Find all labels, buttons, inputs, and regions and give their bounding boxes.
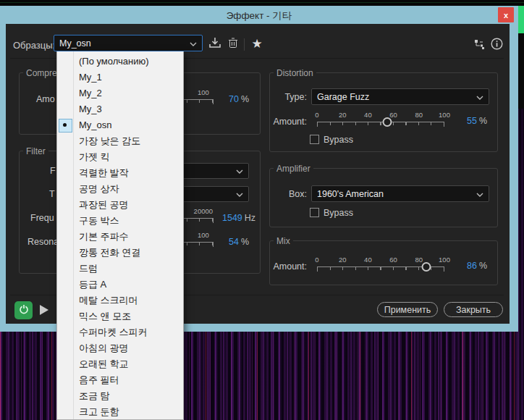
delete-preset-button[interactable] [225, 36, 241, 52]
slider-tick-label: 60 [389, 111, 397, 119]
mix-amount-value[interactable]: 86% [467, 261, 487, 271]
favorite-button[interactable]: ★ [249, 35, 265, 51]
preset-option[interactable]: My_1 [57, 70, 183, 85]
distortion-type-value: Garage Fuzz [317, 92, 369, 102]
close-button[interactable]: Закрыть [444, 302, 503, 317]
preset-option[interactable]: 과장된 공명 [57, 197, 183, 213]
slider-tick-label: 100 [439, 256, 450, 264]
preset-option[interactable]: 음주 필터 [57, 372, 183, 388]
preset-option-label: 등급 A [79, 279, 106, 290]
preset-option-label: 과장된 공명 [79, 199, 129, 210]
preset-option-label: 수퍼마켓 스피커 [79, 327, 148, 337]
preset-option-label: 아침의 광명 [79, 343, 129, 353]
preset-option[interactable]: 구동 박스 [57, 213, 183, 229]
toolbar-divider [244, 38, 245, 51]
distortion-bypass-checkbox[interactable] [310, 135, 319, 144]
slider-tick-label: 60 [389, 256, 397, 264]
mix-amount-slider[interactable]: 0 20 40 60 80 100 [317, 256, 444, 274]
frequency-label: Frequ [30, 213, 54, 223]
compressor-amount-label: Amo [36, 94, 55, 104]
preset-option-label: (По умолчанию) [79, 56, 149, 67]
apply-button[interactable]: Применить [377, 302, 438, 317]
distortion-amount-value[interactable]: 55% [467, 116, 487, 126]
chevron-down-icon [476, 189, 483, 199]
preset-option[interactable]: 아침의 광명 [57, 340, 183, 356]
preset-option[interactable]: My_3 [57, 101, 183, 117]
power-icon [19, 304, 29, 317]
preset-option[interactable]: 수퍼마켓 스피커 [57, 324, 183, 340]
spectral-top-strip [0, 0, 524, 6]
preset-option[interactable]: 등급 A [57, 277, 183, 293]
effect-power-toggle[interactable] [14, 301, 33, 319]
slider-handle[interactable] [382, 117, 392, 127]
preset-dropdown-list: (По умолчанию) My_1 My_2 My_3 My_osn 가장 … [56, 51, 184, 420]
preset-option[interactable]: 믹스 앤 모조 [57, 308, 183, 324]
routing-button[interactable] [471, 38, 487, 54]
slider-tick-label: 80 [415, 256, 423, 264]
preset-option[interactable]: 가장 낮은 감도 [57, 133, 183, 149]
preset-option-label: 조금 탐 [79, 390, 110, 401]
preset-option[interactable]: (По умолчанию) [57, 54, 183, 70]
amplifier-box-value: 1960's American [317, 189, 384, 199]
preset-option[interactable]: 드럼 [57, 261, 183, 277]
distortion-type-label: Type: [276, 92, 307, 102]
preset-option-label: 음주 필터 [79, 374, 119, 385]
preset-option[interactable]: 메탈 스크리머 [57, 293, 183, 308]
distortion-amount-label: Amount: [266, 117, 307, 127]
slider-tick-label: 20000 [194, 207, 213, 215]
preset-option-label: 격렬한 발작 [79, 167, 129, 178]
preset-combobox[interactable]: My_osn [54, 35, 203, 51]
slider-tick-label: 100 [198, 88, 209, 96]
preset-option[interactable]: 기본 주파수 [57, 229, 183, 245]
info-button[interactable] [489, 37, 504, 53]
resonance-value[interactable]: 54% [229, 237, 249, 247]
resonance-label: Resona [28, 237, 59, 247]
trash-icon [228, 37, 238, 51]
save-icon [208, 37, 221, 51]
window-close-button[interactable]: x [498, 7, 514, 22]
preset-option-label: 가장 낮은 감도 [79, 135, 140, 146]
preset-option-label: 크고 둔함 [79, 406, 119, 417]
filter-group-title: Filter [23, 146, 48, 156]
slider-tick-label: 100 [439, 111, 450, 119]
distortion-group-title: Distortion [274, 68, 316, 78]
slider-tick-label: 20 [339, 256, 347, 264]
preset-option-label: 기본 주파수 [79, 231, 129, 242]
preset-option[interactable]: My_2 [57, 85, 183, 101]
preset-option[interactable]: 크고 둔함 [57, 404, 183, 420]
filter-row1-label: F [50, 166, 56, 176]
preset-option[interactable]: 가젯 킥 [57, 149, 183, 165]
slider-track[interactable] [317, 122, 444, 127]
presets-label: Образцы: [13, 40, 55, 51]
preset-option[interactable]: 격렬한 발작 [57, 165, 183, 181]
preset-option[interactable]: 공명 상자 [57, 181, 183, 197]
play-icon [39, 306, 49, 318]
preset-option[interactable]: 오래된 학교 [57, 356, 183, 372]
save-preset-button[interactable] [207, 36, 223, 52]
preset-option[interactable]: 조금 탐 [57, 388, 183, 404]
distortion-type-combobox[interactable]: Garage Fuzz [311, 88, 489, 105]
amplifier-box-combobox[interactable]: 1960's American [311, 185, 489, 202]
preset-option-label: 오래된 학교 [79, 358, 129, 369]
preset-option[interactable]: 깡통 전화 연결 [57, 245, 183, 261]
slider-tick-label: 20 [339, 111, 347, 119]
amplifier-bypass-checkbox[interactable] [310, 208, 319, 217]
slider-tick-label: 0 [315, 256, 318, 264]
preset-option-label: 드럼 [79, 263, 98, 274]
preset-combobox-value: My_osn [59, 38, 91, 49]
compressor-amount-value[interactable]: 70% [229, 94, 249, 104]
preset-option-label: 메탈 스크리머 [79, 295, 138, 306]
frequency-value[interactable]: 1549Hz [222, 213, 255, 223]
preset-option-label: 가젯 킥 [79, 151, 110, 162]
preset-option-label: 구동 박스 [79, 215, 119, 226]
slider-tick-label: 40 [364, 256, 372, 264]
mix-group-title: Mix [274, 236, 293, 246]
preset-option[interactable]: My_osn [57, 117, 183, 133]
slider-handle[interactable] [422, 262, 431, 272]
info-icon [491, 38, 503, 53]
distortion-amount-slider[interactable]: 0 20 40 60 80 100 [317, 111, 444, 130]
preset-option-label: My_3 [79, 104, 102, 114]
preview-play-button[interactable] [39, 304, 49, 319]
chevron-down-icon [476, 92, 483, 102]
preset-option-label: 깡통 전화 연결 [79, 247, 140, 258]
